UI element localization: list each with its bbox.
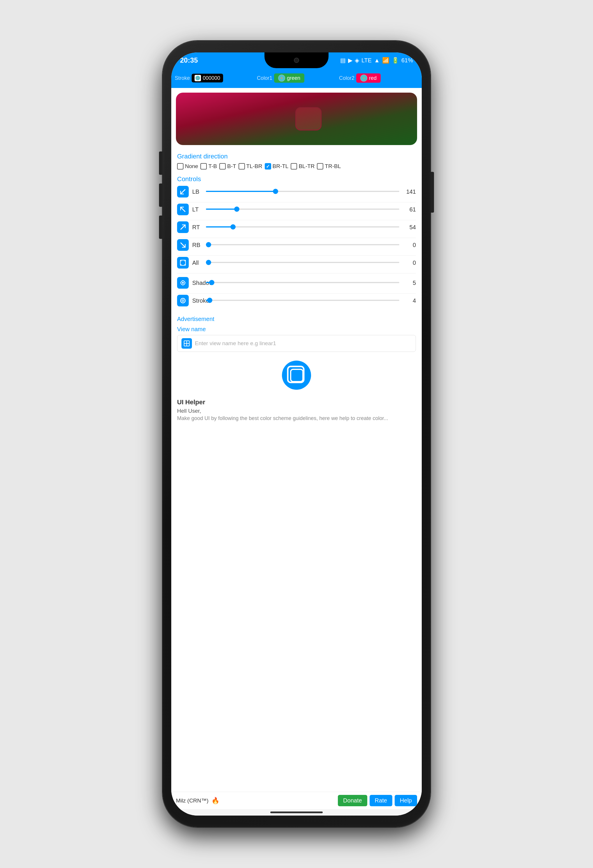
rt-thumb xyxy=(230,224,236,230)
radio-brtl[interactable]: BR-TL xyxy=(265,163,289,170)
color1-chip[interactable]: green xyxy=(274,74,304,83)
divider-shadow xyxy=(177,293,416,294)
view-name-label: View name xyxy=(177,326,416,333)
stroke-thumb xyxy=(207,298,212,303)
svg-line-3 xyxy=(181,243,185,247)
svg-rect-20 xyxy=(187,343,189,346)
radio-tb[interactable]: T-B xyxy=(201,163,217,170)
lte-label: LTE xyxy=(361,57,372,64)
notch xyxy=(264,52,329,68)
radio-label-bltr: BL-TR xyxy=(298,163,314,170)
phone-outer: 20:35 ▤ ▶ ◈ LTE ▲ 📶 🔋 61% Stroke xyxy=(162,41,431,827)
ui-helper-body: Make good UI by following the best color… xyxy=(177,415,416,421)
all-icon xyxy=(177,257,189,269)
lt-slider[interactable] xyxy=(206,208,399,210)
color2-value: red xyxy=(369,75,376,81)
radio-box-tlbr[interactable] xyxy=(239,163,245,170)
control-rt: RT 54 xyxy=(177,221,416,233)
stroke-chip[interactable]: 000000 xyxy=(192,74,223,83)
radio-box-brtl[interactable] xyxy=(265,163,271,170)
radio-box-none[interactable] xyxy=(177,163,183,170)
wifi-icon: 📶 xyxy=(382,57,389,64)
lb-value: 141 xyxy=(403,189,416,195)
color1-palette-icon xyxy=(278,75,285,81)
lb-fill xyxy=(206,191,276,192)
all-label: All xyxy=(192,260,202,266)
nfc-icon: ◈ xyxy=(355,57,359,64)
svg-line-1 xyxy=(181,207,185,212)
divider-lt xyxy=(177,220,416,220)
donate-button[interactable]: Donate xyxy=(338,795,367,806)
view-name-placeholder: Enter view name here e.g linear1 xyxy=(195,340,276,347)
stroke-slider-label: Stroke xyxy=(192,297,202,304)
svg-rect-18 xyxy=(187,341,189,343)
gradient-radio-group: None T-B B-T TL-BR xyxy=(177,163,416,170)
radio-label-tlbr: TL-BR xyxy=(246,163,263,170)
lt-thumb xyxy=(234,207,239,212)
color1-value: green xyxy=(287,75,300,81)
home-indicator xyxy=(171,809,422,816)
radio-label-brtl: BR-TL xyxy=(273,163,289,170)
svg-point-16 xyxy=(182,300,184,301)
divider-lb xyxy=(177,202,416,202)
radio-label-bt: B-T xyxy=(227,163,236,170)
rt-slider[interactable] xyxy=(206,226,399,228)
all-thumb xyxy=(206,260,211,265)
all-slider[interactable] xyxy=(206,262,399,264)
lb-slider[interactable] xyxy=(206,191,399,192)
gradient-preview xyxy=(176,93,417,145)
status-icons: ▤ ▶ ◈ LTE ▲ 📶 🔋 61% xyxy=(340,57,413,64)
control-stroke: Stroke 4 xyxy=(177,295,416,306)
lb-icon xyxy=(177,186,189,198)
radio-label-trbl: TR-BL xyxy=(325,163,341,170)
page-wrapper: 20:35 ▤ ▶ ◈ LTE ▲ 📶 🔋 61% Stroke xyxy=(0,0,593,868)
view-name-input[interactable]: Enter view name here e.g linear1 xyxy=(177,335,416,352)
bottom-left: Milz (CRN™) 🔥 xyxy=(176,797,219,805)
radio-none[interactable]: None xyxy=(177,163,198,170)
ui-helper-greeting: Hell User, xyxy=(177,408,416,414)
stroke-fill xyxy=(206,300,210,301)
svg-rect-19 xyxy=(184,343,187,346)
stroke-label: Stroke xyxy=(175,75,190,81)
rate-button[interactable]: Rate xyxy=(370,795,392,806)
main-content[interactable]: Gradient direction None T-B B-T xyxy=(171,88,422,792)
radio-box-trbl[interactable] xyxy=(317,163,323,170)
radio-box-tb[interactable] xyxy=(201,163,207,170)
radio-box-bt[interactable] xyxy=(219,163,226,170)
help-button[interactable]: Help xyxy=(395,795,417,806)
svg-rect-22 xyxy=(291,369,303,382)
divider-rt xyxy=(177,238,416,238)
author-name: Milz (CRN™) xyxy=(176,797,208,804)
radio-bltr[interactable]: BL-TR xyxy=(291,163,314,170)
lb-track xyxy=(206,191,399,192)
radio-label-tb: T-B xyxy=(208,163,217,170)
shadow-value: 5 xyxy=(403,280,416,286)
stroke-slider-ctrl[interactable] xyxy=(206,300,399,301)
radio-bt[interactable]: B-T xyxy=(219,163,236,170)
notification-icon: ▤ xyxy=(340,57,346,64)
play-icon: ▶ xyxy=(348,57,353,64)
stroke-track xyxy=(206,300,399,301)
battery-percent: 61% xyxy=(401,57,413,64)
shadow-slider[interactable] xyxy=(206,282,399,284)
lb-label: LB xyxy=(192,189,202,195)
radio-tlbr[interactable]: TL-BR xyxy=(239,163,263,170)
app-logo xyxy=(282,360,311,390)
rb-slider[interactable] xyxy=(206,244,399,246)
radio-box-bltr[interactable] xyxy=(291,163,297,170)
rb-icon xyxy=(177,239,189,251)
control-shadow: Shadow 5 xyxy=(177,277,416,289)
stroke-slider-icon xyxy=(177,295,189,306)
control-lt: LT 61 xyxy=(177,204,416,215)
lt-icon xyxy=(177,204,189,215)
svg-line-0 xyxy=(181,189,185,194)
controls-section: Controls LB xyxy=(171,173,422,314)
stroke-palette-icon xyxy=(195,75,201,81)
rt-fill xyxy=(206,226,233,227)
radio-trbl[interactable]: TR-BL xyxy=(317,163,341,170)
rt-value: 54 xyxy=(403,224,416,231)
color2-chip[interactable]: red xyxy=(356,74,381,83)
divider-rb xyxy=(177,255,416,256)
control-lb: LB 141 xyxy=(177,186,416,198)
battery-icon: 🔋 xyxy=(392,57,399,64)
